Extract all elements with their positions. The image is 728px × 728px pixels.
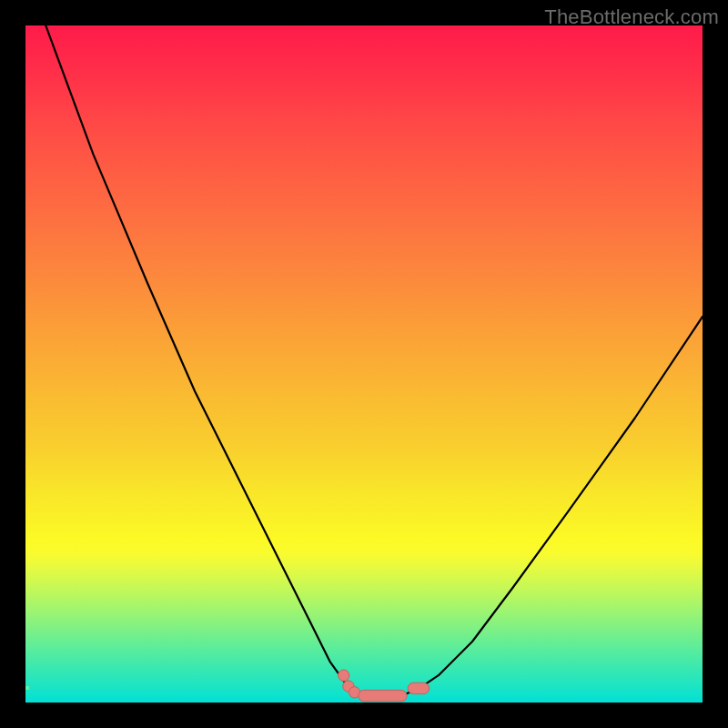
chart-stage: TheBottleneck.com <box>0 0 728 728</box>
bottleneck-curve <box>46 25 703 696</box>
curve-marker-pill <box>359 690 407 701</box>
chart-overlay <box>25 25 703 703</box>
curve-marker-pill <box>408 682 430 693</box>
curve-marker-dot <box>339 670 349 681</box>
curve-markers <box>339 670 430 702</box>
plot-area <box>25 25 703 703</box>
